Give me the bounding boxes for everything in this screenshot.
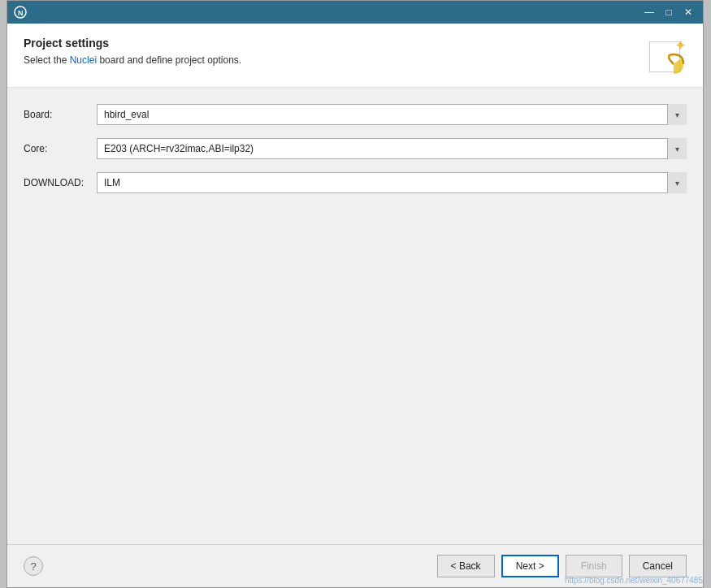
board-label: Board: — [24, 109, 97, 120]
help-button[interactable]: ? — [24, 556, 43, 576]
board-select[interactable]: hbird_eval nuclei_fpga_eval gd32vf103v_e… — [97, 104, 687, 125]
title-bar: N — □ ✕ — [7, 1, 703, 24]
download-row: DOWNLOAD: ILM FLASH DDR ▾ — [24, 172, 687, 193]
download-select-wrapper: ILM FLASH DDR ▾ — [97, 172, 687, 193]
svg-text:N: N — [18, 9, 24, 17]
core-select-wrapper: E203 (ARCH=rv32imac,ABI=ilp32) N205 (ARC… — [97, 138, 687, 159]
watermark: https://blog.csdn.net/weixin_40677485 — [565, 576, 703, 585]
window-controls: — □ ✕ — [641, 5, 696, 19]
board-row: Board: hbird_eval nuclei_fpga_eval gd32v… — [24, 104, 687, 125]
header-text: Project settings Select the Nuclei board… — [24, 37, 646, 66]
cancel-button[interactable]: Cancel — [629, 555, 687, 577]
close-button[interactable]: ✕ — [680, 5, 696, 19]
maximize-button[interactable]: □ — [661, 5, 677, 19]
footer-right: < Back Next > Finish Cancel — [437, 555, 687, 577]
nuclei-highlight: Nuclei — [70, 54, 97, 66]
finish-button[interactable]: Finish — [566, 555, 622, 577]
app-icon: N — [14, 6, 27, 19]
logo-arc — [661, 51, 687, 77]
dialog-header: Project settings Select the Nuclei board… — [7, 24, 703, 88]
dialog-title: Project settings — [24, 37, 646, 50]
footer-left: ? — [24, 556, 43, 576]
board-select-wrapper: hbird_eval nuclei_fpga_eval gd32vf103v_e… — [97, 104, 687, 125]
download-label: DOWNLOAD: — [24, 177, 97, 188]
core-select[interactable]: E203 (ARCH=rv32imac,ABI=ilp32) N205 (ARC… — [97, 138, 687, 159]
core-label: Core: — [24, 143, 97, 154]
dialog-subtitle: Select the Nuclei board and define proje… — [24, 54, 646, 66]
dialog-content: Project settings Select the Nuclei board… — [7, 24, 703, 587]
dialog-logo: ✦ — [646, 37, 687, 77]
download-select[interactable]: ILM FLASH DDR — [97, 172, 687, 193]
back-button[interactable]: < Back — [437, 555, 495, 577]
minimize-button[interactable]: — — [641, 5, 657, 19]
next-button[interactable]: Next > — [501, 555, 559, 577]
core-row: Core: E203 (ARCH=rv32imac,ABI=ilp32) N20… — [24, 138, 687, 159]
form-area: Board: hbird_eval nuclei_fpga_eval gd32v… — [7, 88, 703, 544]
